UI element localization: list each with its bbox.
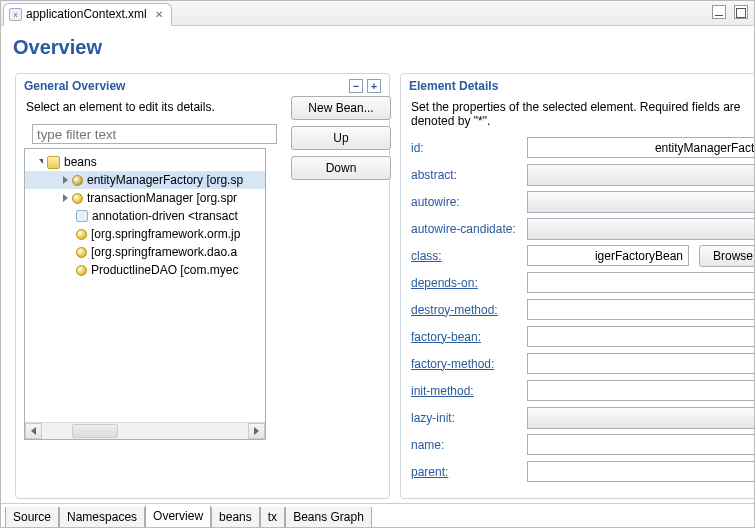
browse-button-class[interactable]: Browse... — [699, 245, 755, 267]
tree-row[interactable]: ProductlineDAO [com.myec — [25, 261, 265, 279]
folder-icon — [47, 156, 60, 169]
twisty-none — [63, 230, 72, 239]
property-label-parent[interactable]: parent: — [411, 465, 521, 479]
property-row-name: name: — [411, 431, 755, 458]
scroll-left-icon[interactable] — [25, 423, 42, 439]
property-input-factory-bean[interactable] — [527, 326, 755, 347]
property-row-autowire: autowire: — [411, 188, 755, 215]
property-input-id[interactable] — [527, 137, 755, 158]
property-label-class[interactable]: class: — [411, 249, 521, 263]
twisty-none — [63, 248, 72, 257]
editor-tab-bar: x applicationContext.xml ✕ — [1, 1, 754, 26]
general-overview-panel: General Overview − + Select an element t… — [15, 73, 390, 499]
property-input-init-method[interactable] — [527, 380, 755, 401]
bottom-tab-source[interactable]: Source — [5, 507, 59, 528]
property-row-abstract: abstract: — [411, 161, 755, 188]
page-title: Overview — [1, 26, 754, 73]
property-label-autowire: autowire: — [411, 195, 521, 209]
bean-icon — [72, 175, 83, 186]
property-input-class[interactable] — [527, 245, 689, 266]
bean-icon — [76, 229, 87, 240]
scroll-right-icon[interactable] — [248, 423, 265, 439]
bottom-tab-tx[interactable]: tx — [260, 507, 285, 528]
property-combo-autowire-candidate[interactable] — [527, 218, 755, 240]
property-label-depends-on[interactable]: depends-on: — [411, 276, 521, 290]
bean-icon — [76, 265, 87, 276]
property-label-factory-bean[interactable]: factory-bean: — [411, 330, 521, 344]
property-input-name[interactable] — [527, 434, 755, 455]
bottom-tab-overview[interactable]: Overview — [145, 505, 211, 528]
property-row-factory-bean: factory-bean: — [411, 323, 755, 350]
property-row-id: id: — [411, 134, 755, 161]
maximize-icon[interactable] — [734, 5, 748, 19]
property-input-depends-on[interactable] — [527, 272, 755, 293]
bottom-tab-beans-graph[interactable]: Beans Graph — [285, 507, 372, 528]
twisty-open-icon[interactable] — [39, 159, 43, 164]
down-button[interactable]: Down — [291, 156, 391, 180]
property-row-lazy-init: lazy-init: — [411, 404, 755, 431]
twisty-none — [63, 266, 72, 275]
tree-row[interactable]: [org.springframework.dao.a — [25, 243, 265, 261]
property-row-parent: parent: — [411, 458, 755, 485]
twisty-closed-icon[interactable] — [63, 176, 68, 184]
filter-input[interactable] — [32, 124, 277, 144]
xml-file-icon: x — [9, 8, 22, 21]
property-label-factory-method[interactable]: factory-method: — [411, 357, 521, 371]
property-label-abstract: abstract: — [411, 168, 521, 182]
twisty-none — [63, 212, 72, 221]
tree-row[interactable]: transactionManager [org.spr — [25, 189, 265, 207]
property-input-parent[interactable] — [527, 461, 755, 482]
property-label-name: name: — [411, 438, 521, 452]
expand-icon[interactable]: + — [367, 79, 381, 93]
bottom-tab-bar: SourceNamespacesOverviewbeanstxBeans Gra… — [1, 503, 754, 528]
tree-row-root[interactable]: beans — [25, 153, 265, 171]
bean-icon — [72, 193, 83, 204]
element-details-title: Element Details — [409, 79, 498, 93]
tree-row[interactable]: annotation-driven <transact — [25, 207, 265, 225]
tree-row[interactable]: [org.springframework.orm.jp — [25, 225, 265, 243]
tree-row-selected[interactable]: entityManagerFactory [org.sp — [25, 171, 265, 189]
property-input-destroy-method[interactable] — [527, 299, 755, 320]
property-row-depends-on: depends-on: — [411, 269, 755, 296]
property-label-id: id: — [411, 141, 521, 155]
property-input-factory-method[interactable] — [527, 353, 755, 374]
property-label-init-method[interactable]: init-method: — [411, 384, 521, 398]
twisty-closed-icon[interactable] — [63, 194, 68, 202]
close-tab-icon[interactable]: ✕ — [155, 9, 163, 20]
bottom-tab-beans[interactable]: beans — [211, 507, 260, 528]
property-row-factory-method: factory-method: — [411, 350, 755, 377]
bean-icon — [76, 247, 87, 258]
property-combo-lazy-init[interactable] — [527, 407, 755, 429]
property-row-class: class:Browse... — [411, 242, 755, 269]
property-combo-autowire[interactable] — [527, 191, 755, 213]
property-row-autowire-candidate: autowire-candidate: — [411, 215, 755, 242]
collapse-icon[interactable]: − — [349, 79, 363, 93]
property-row-destroy-method: destroy-method: — [411, 296, 755, 323]
general-overview-title: General Overview — [24, 79, 125, 93]
property-label-lazy-init: lazy-init: — [411, 411, 521, 425]
property-label-destroy-method[interactable]: destroy-method: — [411, 303, 521, 317]
editor-tab-active[interactable]: x applicationContext.xml ✕ — [3, 3, 172, 26]
element-details-panel: Element Details Set the properties of th… — [400, 73, 755, 499]
bottom-tab-namespaces[interactable]: Namespaces — [59, 507, 145, 528]
property-row-init-method: init-method: — [411, 377, 755, 404]
editor-tab-title: applicationContext.xml — [26, 7, 147, 21]
property-label-autowire-candidate: autowire-candidate: — [411, 222, 521, 236]
new-bean-button[interactable]: New Bean... — [291, 96, 391, 120]
scroll-thumb[interactable] — [72, 424, 118, 438]
annotation-icon — [76, 210, 88, 222]
bean-tree[interactable]: beans entityManagerFactory [org.sp trans… — [24, 148, 266, 440]
minimize-icon[interactable] — [712, 5, 726, 19]
up-button[interactable]: Up — [291, 126, 391, 150]
horizontal-scrollbar[interactable] — [25, 422, 265, 439]
element-details-subtitle: Set the properties of the selected eleme… — [401, 98, 755, 134]
property-combo-abstract[interactable] — [527, 164, 755, 186]
